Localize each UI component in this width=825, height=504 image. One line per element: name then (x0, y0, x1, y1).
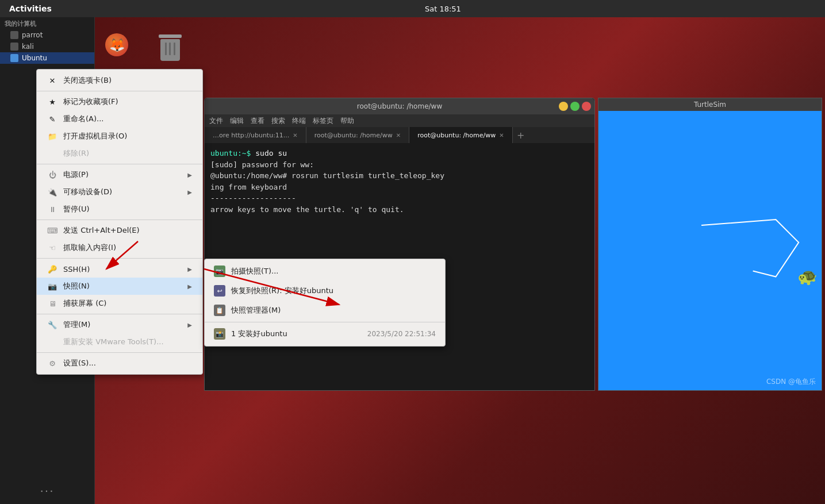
terminal-line-0: ubuntu:~$ sudo su (210, 148, 589, 159)
context-menu-main: ✕ 关闭选项卡(B) ★ 标记为收藏项(F) ✎ 重命名(A)... 📁 打开虚… (36, 69, 203, 375)
cm-item-close-tab[interactable]: ✕ 关闭选项卡(B) (37, 72, 202, 89)
cm-item-capture-screen[interactable]: 🖥 捕获屏幕 (C) (37, 295, 202, 312)
firefox-circle: 🦊 (105, 33, 128, 56)
ssh-chevron-icon: ▶ (187, 266, 192, 272)
terminal-controls (559, 102, 591, 111)
cm-label-grab-input: 抓取输入内容(I) (63, 243, 116, 253)
cm-item-bookmark[interactable]: ★ 标记为收藏项(F) (37, 93, 202, 110)
cm-item-power-label: ⏻ 电源(P) (47, 170, 89, 180)
cm-item-power[interactable]: ⏻ 电源(P) ▶ (37, 166, 202, 183)
cm-item-rename[interactable]: ✎ 重命名(A)... (37, 110, 202, 128)
terminal-minimize-button[interactable] (559, 102, 568, 111)
snapshot-sub-manager[interactable]: 📋 快照管理器(M) (205, 301, 445, 320)
cm-label-snapshot: 快照(N) (63, 281, 90, 291)
cm-label-close-tab: 关闭选项卡(B) (63, 75, 112, 86)
turtlesim-titlebar: TurtleSim (598, 98, 822, 111)
terminal-menu-terminal[interactable]: 终端 (292, 116, 306, 126)
firefox-icon[interactable]: 🦊 (105, 33, 133, 61)
cm-label-power: 电源(P) (63, 170, 89, 180)
terminal-tab-add-button[interactable]: + (513, 127, 529, 143)
sidebar-item-ubuntu[interactable]: Ubuntu (0, 52, 94, 64)
cm-label-manage: 管理(M) (63, 320, 90, 330)
turtlesim-title: TurtleSim (694, 101, 726, 109)
terminal-menu-view[interactable]: 查看 (251, 116, 264, 126)
take-snapshot-icon: 📷 (214, 266, 225, 277)
snapshot-sub-manager-label: 快照管理器(M) (231, 305, 281, 316)
snapshot-entry-date: 2023/5/20 22:51:34 (367, 330, 436, 338)
sidebar-item-parrot[interactable]: parrot (0, 29, 94, 41)
terminal-menu-search[interactable]: 搜索 (271, 116, 285, 126)
removable-chevron-icon: ▶ (187, 189, 192, 195)
cm-sep-3 (37, 220, 202, 220)
terminal-tab-0[interactable]: …ore http://ubuntu:11... ✕ (205, 127, 306, 143)
snapshot-sub-take[interactable]: 📷 拍摄快照(T)... (205, 261, 445, 281)
cm-item-snapshot[interactable]: 📷 快照(N) ▶ (37, 278, 202, 295)
turtlesim-window: TurtleSim 🐢 CSDN @龟鱼乐 (598, 98, 822, 391)
terminal-menu-tabs[interactable]: 标签页 (313, 116, 333, 126)
terminal-tab-2[interactable]: root@ubuntu: /home/ww ✕ (409, 127, 512, 143)
cm-label-settings: 设置(S)... (63, 358, 96, 368)
cm-sep-2 (37, 164, 202, 164)
terminal-close-button[interactable] (582, 102, 591, 111)
close-tab-icon: ✕ (47, 75, 57, 86)
snapshot-sub-entry-1[interactable]: 📸 1 安装好ubuntu 2023/5/20 22:51:34 (205, 324, 445, 344)
snapshot-entry-left: 📸 1 安装好ubuntu (214, 328, 287, 340)
cm-item-pause[interactable]: ⏸ 暂停(U) (37, 201, 202, 218)
cm-item-ctrl-alt-del[interactable]: ⌨ 发送 Ctrl+Alt+Del(E) (37, 222, 202, 239)
cm-item-ssh[interactable]: 🔑 SSH(H) ▶ (37, 260, 202, 278)
terminal-window: root@ubuntu: /home/ww 文件 编辑 查看 搜索 终端 标签页… (204, 98, 595, 391)
ssh-icon: 🔑 (47, 264, 57, 274)
trash-body (160, 39, 180, 61)
snapshot-sub-restore[interactable]: ↩ 恢复到快照(R): 安装好ubuntu (205, 281, 445, 301)
context-menu-snapshot-sub: 📷 拍摄快照(T)... ↩ 恢复到快照(R): 安装好ubuntu 📋 快照管… (204, 259, 446, 347)
turtlesim-drawing: 🐢 (598, 111, 822, 390)
cm-label-open-folder: 打开虚拟机目录(O) (63, 131, 127, 141)
sidebar-item-kali[interactable]: kali (0, 41, 94, 52)
pause-icon: ⏸ (47, 204, 57, 214)
power-chevron-icon: ▶ (187, 172, 192, 178)
bookmark-icon: ★ (47, 97, 57, 107)
activities-button[interactable]: Activities (0, 4, 61, 13)
terminal-menu-edit[interactable]: 编辑 (230, 116, 244, 126)
cm-item-removable-label: 🔌 可移动设备(D) (47, 187, 112, 197)
turtlesim-body: 🐢 CSDN @龟鱼乐 (598, 111, 822, 390)
cm-item-reinstall-tools: 重新安装 VMware Tools(T)... (37, 333, 202, 351)
terminal-tab-close-1[interactable]: ✕ (396, 132, 401, 138)
snapshot-icon: 📷 (47, 281, 57, 291)
cm-label-reinstall-tools: 重新安装 VMware Tools(T)... (63, 337, 164, 347)
cm-item-grab-input[interactable]: ☜ 抓取输入内容(I) (37, 239, 202, 256)
cm-label-bookmark: 标记为收藏项(F) (63, 97, 118, 107)
terminal-tab-close-0[interactable]: ✕ (293, 132, 297, 138)
cm-item-settings[interactable]: ⚙ 设置(S)... (37, 355, 202, 372)
cm-item-manage[interactable]: 🔧 管理(M) ▶ (37, 316, 202, 333)
terminal-maximize-button[interactable] (570, 102, 580, 111)
manage-chevron-icon: ▶ (187, 322, 192, 328)
grab-icon: ☜ (47, 243, 57, 253)
cm-label-rename: 重命名(A)... (63, 114, 103, 124)
vm-icon-parrot (10, 31, 18, 39)
cm-sep-5 (37, 314, 202, 314)
trash-lid (159, 34, 182, 38)
trash-icon[interactable] (156, 34, 184, 64)
cm-sep-6 (37, 352, 202, 353)
cm-label-remove: 移除(R) (63, 148, 89, 159)
sidebar-item-label-kali: kali (22, 43, 34, 51)
cm-item-open-folder[interactable]: 📁 打开虚拟机目录(O) (37, 128, 202, 145)
terminal-tab-1[interactable]: root@ubuntu: /home/ww ✕ (306, 127, 409, 143)
terminal-tab-close-2[interactable]: ✕ (499, 132, 504, 138)
terminal-menu-file[interactable]: 文件 (209, 116, 223, 126)
terminal-tab-label-0: …ore http://ubuntu:11... (213, 132, 289, 139)
topbar: Activities Sat 18:51 (0, 0, 825, 17)
folder-icon: 📁 (47, 131, 57, 141)
trash-line (165, 43, 167, 55)
sidebar-section-label: 我的计算机 (0, 16, 94, 29)
terminal-tab-label-2: root@ubuntu: /home/ww (417, 132, 496, 139)
rename-icon: ✎ (47, 114, 57, 124)
cm-item-removable[interactable]: 🔌 可移动设备(D) ▶ (37, 183, 202, 201)
keyboard-icon: ⌨ (47, 225, 57, 236)
terminal-menu-help[interactable]: 帮助 (340, 116, 354, 126)
settings-icon: ⚙ (47, 358, 57, 368)
terminal-line-2: @ubuntu:/home/ww# rosrun turtlesim turtl… (210, 170, 589, 182)
sidebar-item-label-ubuntu: Ubuntu (22, 54, 47, 62)
cm-label-ctrl-alt-del: 发送 Ctrl+Alt+Del(E) (63, 225, 140, 236)
